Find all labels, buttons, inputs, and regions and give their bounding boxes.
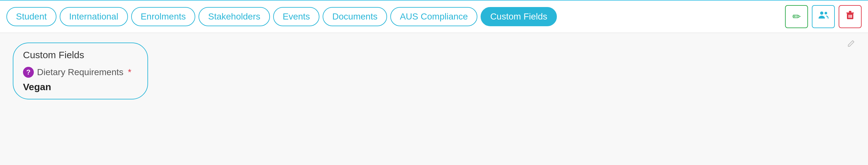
svg-rect-5 (848, 15, 849, 18)
custom-fields-oval: Custom Fields ? Dietary Requirements * V… (13, 43, 148, 100)
page-wrapper: Student International Enrolments Stakeho… (0, 0, 868, 165)
manage-icon (817, 9, 829, 24)
manage-button[interactable] (812, 5, 835, 28)
field-row: ? Dietary Requirements * (23, 67, 131, 78)
required-indicator: * (128, 67, 131, 77)
tab-international[interactable]: International (60, 7, 128, 26)
content-area: Custom Fields ? Dietary Requirements * V… (0, 33, 868, 165)
tab-bar: Student International Enrolments Stakeho… (0, 1, 868, 33)
field-type-icon: ? (23, 67, 34, 78)
action-buttons: ✏ (785, 5, 862, 28)
svg-rect-3 (846, 12, 854, 13)
section-title: Custom Fields (23, 50, 131, 60)
tab-student[interactable]: Student (6, 7, 57, 26)
svg-rect-6 (850, 15, 851, 18)
tab-custom-fields[interactable]: Custom Fields (480, 7, 557, 26)
svg-rect-7 (851, 15, 852, 18)
delete-button[interactable] (839, 5, 862, 28)
tab-enrolments[interactable]: Enrolments (131, 7, 196, 26)
edit-icon: ✏ (793, 10, 801, 23)
delete-icon (844, 9, 856, 24)
tab-documents[interactable]: Documents (322, 7, 387, 26)
tab-events[interactable]: Events (273, 7, 320, 26)
tab-aus-compliance[interactable]: AUS Compliance (390, 7, 477, 26)
edit-button[interactable]: ✏ (785, 5, 808, 28)
svg-rect-4 (849, 11, 851, 12)
svg-point-0 (820, 11, 823, 15)
svg-point-1 (825, 12, 827, 15)
content-edit-icon[interactable] (846, 39, 855, 51)
field-label: Dietary Requirements (37, 67, 124, 77)
field-value: Vegan (23, 82, 131, 92)
tab-stakeholders[interactable]: Stakeholders (198, 7, 270, 26)
